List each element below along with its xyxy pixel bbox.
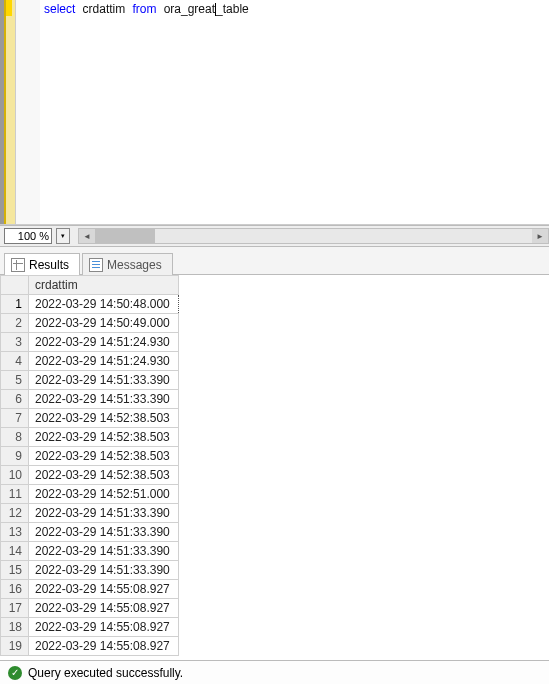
- table-row[interactable]: 112022-03-29 14:52:51.000: [1, 485, 179, 504]
- editor-change-marker: [6, 0, 16, 224]
- table-row[interactable]: 22022-03-29 14:50:49.000: [1, 314, 179, 333]
- scroll-thumb[interactable]: [95, 229, 155, 243]
- row-number[interactable]: 4: [1, 352, 29, 371]
- tab-results-label: Results: [29, 258, 69, 272]
- table-row[interactable]: 152022-03-29 14:51:33.390: [1, 561, 179, 580]
- row-number[interactable]: 17: [1, 599, 29, 618]
- messages-icon: [89, 258, 103, 272]
- table-row[interactable]: 122022-03-29 14:51:33.390: [1, 504, 179, 523]
- cell-value[interactable]: 2022-03-29 14:51:33.390: [29, 523, 179, 542]
- row-number[interactable]: 2: [1, 314, 29, 333]
- row-number[interactable]: 12: [1, 504, 29, 523]
- results-grid-area: crdattim 12022-03-29 14:50:48.00022022-0…: [0, 275, 549, 660]
- row-number[interactable]: 7: [1, 409, 29, 428]
- horizontal-scrollbar[interactable]: ◄ ►: [78, 228, 549, 244]
- row-number[interactable]: 11: [1, 485, 29, 504]
- cell-value[interactable]: 2022-03-29 14:52:38.503: [29, 409, 179, 428]
- cell-value[interactable]: 2022-03-29 14:50:48.000: [29, 295, 179, 314]
- row-number[interactable]: 15: [1, 561, 29, 580]
- table-row[interactable]: 182022-03-29 14:55:08.927: [1, 618, 179, 637]
- cell-value[interactable]: 2022-03-29 14:51:33.390: [29, 371, 179, 390]
- cell-value[interactable]: 2022-03-29 14:52:51.000: [29, 485, 179, 504]
- table-row[interactable]: 132022-03-29 14:51:33.390: [1, 523, 179, 542]
- results-tab-strip: Results Messages: [0, 247, 549, 275]
- cell-value[interactable]: 2022-03-29 14:55:08.927: [29, 580, 179, 599]
- sql-editor-area: select crdattim from ora_great_table: [0, 0, 549, 225]
- cell-value[interactable]: 2022-03-29 14:50:49.000: [29, 314, 179, 333]
- sql-code[interactable]: select crdattim from ora_great_table: [40, 0, 253, 224]
- row-number[interactable]: 18: [1, 618, 29, 637]
- success-check-icon: ✓: [8, 666, 22, 680]
- column-header[interactable]: crdattim: [29, 276, 179, 295]
- table-row[interactable]: 192022-03-29 14:55:08.927: [1, 637, 179, 656]
- table-row[interactable]: 102022-03-29 14:52:38.503: [1, 466, 179, 485]
- table-row[interactable]: 32022-03-29 14:51:24.930: [1, 333, 179, 352]
- table-row[interactable]: 72022-03-29 14:52:38.503: [1, 409, 179, 428]
- cell-value[interactable]: 2022-03-29 14:52:38.503: [29, 466, 179, 485]
- table-row[interactable]: 82022-03-29 14:52:38.503: [1, 428, 179, 447]
- cell-value[interactable]: 2022-03-29 14:52:38.503: [29, 447, 179, 466]
- zoom-input[interactable]: [4, 228, 52, 244]
- cell-value[interactable]: 2022-03-29 14:51:24.930: [29, 333, 179, 352]
- tab-messages-label: Messages: [107, 258, 162, 272]
- row-number[interactable]: 6: [1, 390, 29, 409]
- row-number[interactable]: 14: [1, 542, 29, 561]
- cell-value[interactable]: 2022-03-29 14:51:24.930: [29, 352, 179, 371]
- cell-value[interactable]: 2022-03-29 14:52:38.503: [29, 428, 179, 447]
- table-row[interactable]: 162022-03-29 14:55:08.927: [1, 580, 179, 599]
- results-table[interactable]: crdattim 12022-03-29 14:50:48.00022022-0…: [0, 275, 179, 656]
- cell-value[interactable]: 2022-03-29 14:55:08.927: [29, 637, 179, 656]
- cell-value[interactable]: 2022-03-29 14:55:08.927: [29, 618, 179, 637]
- cell-value[interactable]: 2022-03-29 14:51:33.390: [29, 504, 179, 523]
- cell-value[interactable]: 2022-03-29 14:51:33.390: [29, 542, 179, 561]
- table-row[interactable]: 12022-03-29 14:50:48.000: [1, 295, 179, 314]
- table-row[interactable]: 142022-03-29 14:51:33.390: [1, 542, 179, 561]
- scroll-right-arrow-icon[interactable]: ►: [532, 229, 548, 243]
- editor-margin: [16, 0, 40, 224]
- scroll-left-arrow-icon[interactable]: ◄: [79, 229, 95, 243]
- cell-value[interactable]: 2022-03-29 14:55:08.927: [29, 599, 179, 618]
- table-row[interactable]: 172022-03-29 14:55:08.927: [1, 599, 179, 618]
- row-number[interactable]: 5: [1, 371, 29, 390]
- row-number[interactable]: 3: [1, 333, 29, 352]
- cell-value[interactable]: 2022-03-29 14:51:33.390: [29, 390, 179, 409]
- tab-messages[interactable]: Messages: [82, 253, 173, 275]
- table-row[interactable]: 52022-03-29 14:51:33.390: [1, 371, 179, 390]
- table-row[interactable]: 62022-03-29 14:51:33.390: [1, 390, 179, 409]
- row-number[interactable]: 19: [1, 637, 29, 656]
- editor-footer-bar: ▾ ◄ ►: [0, 225, 549, 247]
- row-number[interactable]: 13: [1, 523, 29, 542]
- zoom-dropdown-arrow[interactable]: ▾: [56, 228, 70, 244]
- row-number[interactable]: 9: [1, 447, 29, 466]
- row-number[interactable]: 10: [1, 466, 29, 485]
- row-number[interactable]: 16: [1, 580, 29, 599]
- tab-results[interactable]: Results: [4, 253, 80, 275]
- status-bar: ✓ Query executed successfully.: [0, 660, 549, 684]
- table-row[interactable]: 92022-03-29 14:52:38.503: [1, 447, 179, 466]
- row-number[interactable]: 1: [1, 295, 29, 314]
- grid-icon: [11, 258, 25, 272]
- row-number[interactable]: 8: [1, 428, 29, 447]
- cell-value[interactable]: 2022-03-29 14:51:33.390: [29, 561, 179, 580]
- table-row[interactable]: 42022-03-29 14:51:24.930: [1, 352, 179, 371]
- table-corner[interactable]: [1, 276, 29, 295]
- status-text: Query executed successfully.: [28, 666, 183, 680]
